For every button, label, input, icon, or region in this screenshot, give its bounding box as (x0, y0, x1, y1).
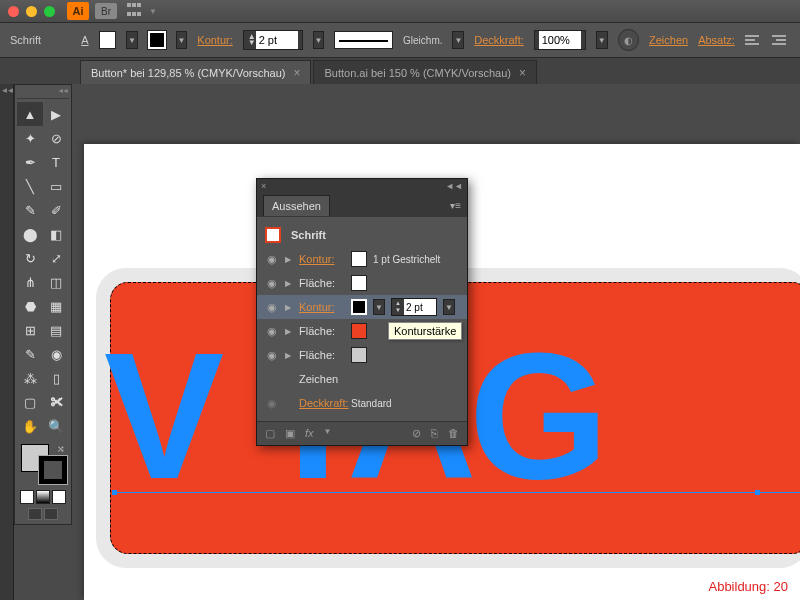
fill-stroke-control[interactable]: ⤭ (17, 442, 71, 486)
appearance-tab[interactable]: Aussehen (263, 195, 330, 216)
document-tab-active[interactable]: Button* bei 129,85 % (CMYK/Vorschau) × (80, 60, 311, 84)
visibility-toggle-icon[interactable]: ◉ (265, 397, 279, 410)
appearance-row[interactable]: ◉ ▶ Fläche: (265, 271, 459, 295)
stroke-dropdown[interactable]: ▼ (176, 31, 188, 49)
fill-swatch[interactable] (99, 31, 117, 49)
zoom-tool[interactable]: 🔍 (43, 414, 69, 438)
slice-tool[interactable]: ✀ (43, 390, 69, 414)
attr-label[interactable]: Kontur: (299, 301, 345, 313)
align-left-icon[interactable] (745, 32, 763, 48)
line-tool[interactable]: ╲ (17, 174, 43, 198)
visibility-toggle-icon[interactable]: ◉ (265, 277, 279, 290)
arrange-documents-icon[interactable] (127, 3, 143, 19)
stroke-weight-input[interactable] (404, 299, 436, 315)
stroke-box[interactable] (39, 456, 67, 484)
scale-tool[interactable]: ⤢ (43, 246, 69, 270)
attr-label[interactable]: Kontur: (299, 253, 345, 265)
opacity-dropdown[interactable]: ▼ (596, 31, 608, 49)
opacity-label[interactable]: Deckkraft: (299, 397, 345, 409)
color-swatch[interactable] (351, 251, 367, 267)
duplicate-item-icon[interactable]: ⎘ (431, 427, 438, 440)
magic-wand-tool[interactable]: ✦ (17, 126, 43, 150)
screen-mode[interactable] (28, 508, 42, 520)
paintbrush-tool[interactable]: ✎ (17, 198, 43, 222)
add-effect-icon[interactable]: fx (305, 427, 314, 440)
stroke-weight-field[interactable]: ▲▼ (243, 30, 303, 50)
color-swatch[interactable] (351, 323, 367, 339)
pen-tool[interactable]: ✒ (17, 150, 43, 174)
close-panel-icon[interactable]: × (261, 181, 266, 191)
swatch-dropdown[interactable]: ▼ (373, 299, 385, 315)
color-mode[interactable] (20, 490, 34, 504)
opacity-field[interactable] (534, 30, 586, 50)
char-format-icon[interactable]: A (81, 34, 88, 46)
shape-builder-tool[interactable]: ⬣ (17, 294, 43, 318)
expand-icon[interactable]: ▶ (285, 351, 293, 360)
close-tab-icon[interactable]: × (293, 66, 300, 80)
color-swatch[interactable] (351, 347, 367, 363)
stroke-weight-input[interactable] (256, 31, 298, 49)
lasso-tool[interactable]: ⊘ (43, 126, 69, 150)
minimize-window[interactable] (26, 6, 37, 17)
opacity-label[interactable]: Deckkraft: (474, 34, 524, 46)
eraser-tool[interactable]: ◧ (43, 222, 69, 246)
close-window[interactable] (8, 6, 19, 17)
width-tool[interactable]: ⋔ (17, 270, 43, 294)
hand-tool[interactable]: ✋ (17, 414, 43, 438)
document-tab[interactable]: Button.ai bei 150 % (CMYK/Vorschau) × (313, 60, 537, 84)
appearance-row-opacity[interactable]: ◉ Deckkraft: Standard (265, 391, 459, 415)
gradient-tool[interactable]: ▤ (43, 318, 69, 342)
zoom-window[interactable] (44, 6, 55, 17)
tools-panel-header[interactable] (17, 89, 69, 99)
visibility-toggle-icon[interactable]: ◉ (265, 349, 279, 362)
appearance-row[interactable]: ◉ ▶ Kontur: 1 pt Gestrichelt (265, 247, 459, 271)
color-swatch[interactable] (351, 299, 367, 315)
blob-brush-tool[interactable]: ⬤ (17, 222, 43, 246)
visibility-toggle-icon[interactable]: ◉ (265, 253, 279, 266)
bridge-button[interactable]: Br (95, 3, 117, 19)
stroke-label[interactable]: Kontur: (197, 34, 232, 46)
rotate-tool[interactable]: ↻ (17, 246, 43, 270)
stroke-weight-stepper[interactable]: ▲▼ (391, 298, 437, 316)
visibility-toggle-icon[interactable]: ◉ (265, 325, 279, 338)
color-swatch[interactable] (351, 275, 367, 291)
character-panel-link[interactable]: Zeichen (649, 34, 688, 46)
expand-icon[interactable]: ▶ (285, 279, 293, 288)
gradient-mode[interactable] (36, 490, 50, 504)
expand-icon[interactable]: ▶ (285, 255, 293, 264)
stroke-profile[interactable] (334, 31, 393, 49)
direct-selection-tool[interactable]: ▶ (43, 102, 69, 126)
symbol-sprayer-tool[interactable]: ⁂ (17, 366, 43, 390)
profile-dropdown[interactable]: ▼ (452, 31, 464, 49)
free-transform-tool[interactable]: ◫ (43, 270, 69, 294)
stroke-weight-dropdown[interactable]: ▼ (313, 31, 325, 49)
swap-fill-stroke-icon[interactable]: ⤭ (57, 444, 65, 454)
fill-dropdown[interactable]: ▼ (126, 31, 138, 49)
panel-menu-icon[interactable]: ▾≡ (450, 200, 461, 211)
appearance-row[interactable]: ◉ ▶ Fläche: (265, 343, 459, 367)
expand-icon[interactable]: ▶ (285, 303, 293, 312)
new-fill-icon[interactable]: ▣ (285, 427, 295, 440)
rectangle-tool[interactable]: ▭ (43, 174, 69, 198)
panel-dock-strip[interactable]: ◄◄ (0, 84, 14, 600)
expand-icon[interactable]: ▶ (285, 327, 293, 336)
mesh-tool[interactable]: ⊞ (17, 318, 43, 342)
step-up-icon[interactable]: ▲ (392, 300, 404, 307)
selection-tool[interactable]: ▲ (17, 102, 43, 126)
align-center-icon[interactable] (772, 32, 790, 48)
appearance-row-characters[interactable]: ◉ Zeichen (265, 367, 459, 391)
collapse-panel-icon[interactable]: ◄◄ (445, 181, 463, 191)
type-tool[interactable]: T (43, 150, 69, 174)
none-mode[interactable] (52, 490, 66, 504)
opacity-input[interactable] (539, 31, 581, 49)
appearance-row-selected[interactable]: ◉ ▶ Kontur: ▼ ▲▼ ▼ (257, 295, 467, 319)
new-stroke-icon[interactable]: ▢ (265, 427, 275, 440)
close-tab-icon[interactable]: × (519, 66, 526, 80)
step-down-icon[interactable]: ▼ (392, 307, 404, 314)
perspective-tool[interactable]: ▦ (43, 294, 69, 318)
screen-mode[interactable] (44, 508, 58, 520)
clear-appearance-icon[interactable]: ⊘ (412, 427, 421, 440)
blend-tool[interactable]: ◉ (43, 342, 69, 366)
pencil-tool[interactable]: ✐ (43, 198, 69, 222)
panel-grip[interactable]: ×◄◄ (257, 179, 467, 193)
